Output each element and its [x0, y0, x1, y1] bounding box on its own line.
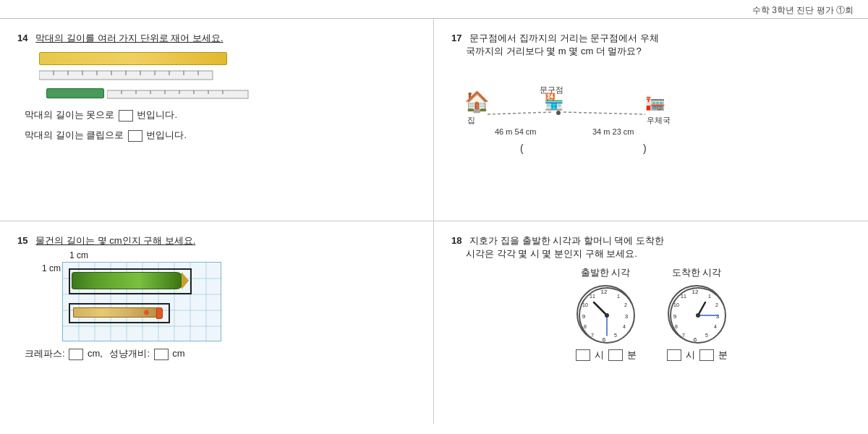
q17-text2: 국까지의 거리보다 몇 m 몇 cm 더 멀까요? [466, 46, 642, 56]
svg-text:3: 3 [716, 313, 720, 320]
clock1-group: 출발한 시각 12 3 6 9 1 2 4 5 7 [574, 266, 637, 362]
section-q15: 15 물건의 길이는 몇 cm인지 구해 보세요. 1 cm 1 cm [0, 221, 434, 424]
svg-text:5: 5 [705, 333, 708, 338]
clock2-minute-blank[interactable] [699, 349, 714, 361]
svg-text:10: 10 [582, 302, 588, 307]
svg-text:8: 8 [675, 324, 678, 329]
cm-label-top: 1 cm [69, 250, 416, 260]
post-icon: 🏣 [645, 92, 665, 111]
clock2-face: 12 3 6 9 1 2 4 5 7 8 10 11 [668, 285, 726, 343]
q15-number: 15 [17, 235, 27, 246]
q15-answer: 크레파스: cm, 성냥개비: cm [25, 347, 416, 360]
clock2-time-input: 시 분 [665, 349, 728, 362]
clock2-hour-blank[interactable] [667, 349, 681, 361]
svg-text:7: 7 [682, 333, 685, 338]
q15-question: 15 물건의 길이는 몇 cm인지 구해 보세요. [17, 234, 416, 247]
svg-text:7: 7 [591, 333, 594, 338]
yellow-ruler [39, 52, 227, 65]
home-label: 집 [467, 116, 475, 124]
svg-text:4: 4 [714, 324, 717, 329]
svg-text:(: ( [520, 142, 524, 154]
ruler-with-ticks-2 [107, 89, 252, 101]
q15-text: 물건의 길이는 몇 cm인지 구해 보세요. [35, 235, 195, 246]
q17-text1: 문구점에서 집까지의 거리는 문구점에서 우체 [469, 33, 658, 43]
map-svg: 🏠 집 문구점 🏪 🏣 우체국 46 m 54 cm 34 m 23 cm ( … [451, 65, 697, 159]
ruler-svg [39, 68, 216, 84]
svg-text:2: 2 [715, 302, 718, 307]
svg-point-54 [605, 313, 609, 318]
svg-text:11: 11 [681, 294, 686, 299]
green-ruler [46, 88, 104, 98]
grid-wrapper: 1 cm [39, 262, 416, 341]
pencil [73, 307, 158, 318]
q17-question: 17 문구점에서 집까지의 거리는 문구점에서 우체 국까지의 거리보다 몇 m… [451, 32, 851, 58]
pencil-dot [144, 310, 149, 315]
svg-text:3: 3 [625, 313, 629, 320]
svg-line-21 [488, 112, 551, 114]
svg-line-22 [563, 112, 645, 114]
ruler-row-green [39, 88, 416, 101]
svg-text:1: 1 [708, 294, 711, 299]
q14-blank2[interactable] [128, 130, 142, 142]
q18-number: 18 [451, 235, 461, 246]
store-icon: 🏪 [544, 92, 564, 111]
q15-grid-area: 1 cm 1 cm [39, 250, 416, 341]
q18-question: 18 지호가 집을 출발한 시각과 할머니 댁에 도착한 시각은 각각 몇 시 … [451, 234, 851, 260]
svg-text:10: 10 [673, 302, 679, 307]
section-q18: 18 지호가 집을 출발한 시각과 할머니 댁에 도착한 시각은 각각 몇 시 … [434, 221, 868, 424]
svg-text:8: 8 [584, 324, 587, 329]
section-q14: 14 막대의 길이를 여러 가지 단위로 재어 보세요. [0, 19, 434, 221]
q18-clocks: 출발한 시각 12 3 6 9 1 2 4 5 7 [451, 266, 851, 362]
svg-text:1: 1 [617, 294, 620, 299]
svg-text:11: 11 [590, 294, 595, 299]
clock1-svg: 12 3 6 9 1 2 4 5 7 8 10 11 [578, 286, 636, 344]
post-label: 우체국 [647, 116, 671, 124]
ruler-svg-2 [107, 89, 252, 101]
q14-number: 14 [17, 33, 27, 43]
svg-text:): ) [643, 142, 647, 154]
page-title: 수학 3학년 진단 평가 ①회 [752, 5, 854, 15]
svg-text:12: 12 [601, 289, 608, 295]
q15-blank-crayon[interactable] [69, 349, 83, 360]
pencil-eraser-icon [156, 307, 163, 319]
ruler-with-ticks [39, 68, 216, 84]
q14-text: 막대의 길이를 여러 가지 단위로 재어 보세요. [35, 33, 223, 43]
page-header: 수학 3학년 진단 평가 ①회 [0, 0, 868, 19]
svg-text:5: 5 [614, 333, 617, 338]
house-icon: 🏠 [464, 90, 490, 114]
svg-point-70 [696, 313, 700, 318]
clock2-svg: 12 3 6 9 1 2 4 5 7 8 10 11 [669, 286, 727, 344]
dist1-label: 46 m 54 cm [495, 127, 536, 136]
svg-rect-12 [107, 90, 248, 98]
svg-text:9: 9 [673, 313, 677, 320]
svg-text:2: 2 [624, 302, 627, 307]
clock1-hour-blank[interactable] [576, 349, 590, 361]
q15-blank-pencil[interactable] [154, 349, 169, 360]
clock1-face: 12 3 6 9 1 2 4 5 7 8 10 11 [576, 285, 634, 343]
q18-text2: 시각은 각각 몇 시 몇 분인지 구해 보세요. [466, 248, 637, 259]
q17-map: 🏠 집 문구점 🏪 🏣 우체국 46 m 54 cm 34 m 23 cm ( … [451, 65, 851, 159]
grid-box [62, 262, 221, 341]
clock1-time-input: 시 분 [574, 349, 637, 362]
q14-question: 14 막대의 길이를 여러 가지 단위로 재어 보세요. [17, 32, 416, 45]
svg-text:4: 4 [623, 324, 626, 329]
q14-answer1: 막대의 길이는 못으로 번입니다. [25, 109, 416, 122]
clock1-minute-blank[interactable] [608, 349, 623, 361]
clock2-label: 도착한 시각 [672, 266, 722, 279]
cm-label-side: 1 cm [39, 263, 61, 273]
q14-rulers [39, 52, 416, 101]
svg-text:6: 6 [603, 336, 606, 343]
svg-point-23 [556, 111, 561, 115]
q17-number: 17 [451, 33, 461, 43]
clock1-label: 출발한 시각 [581, 266, 631, 279]
dist2-label: 34 m 23 cm [592, 127, 634, 136]
svg-text:12: 12 [692, 289, 699, 295]
q14-answer2: 막대의 길이는 클립으로 번입니다. [25, 129, 416, 142]
crayon [72, 272, 184, 289]
svg-text:9: 9 [582, 313, 586, 320]
crayon-tip-icon [182, 272, 189, 289]
q18-text1: 지호가 집을 출발한 시각과 할머니 댁에 도착한 [469, 235, 664, 246]
main-content: 14 막대의 길이를 여러 가지 단위로 재어 보세요. [0, 19, 868, 424]
q14-blank1[interactable] [119, 110, 133, 122]
section-q17: 17 문구점에서 집까지의 거리는 문구점에서 우체 국까지의 거리보다 몇 m… [434, 19, 868, 221]
